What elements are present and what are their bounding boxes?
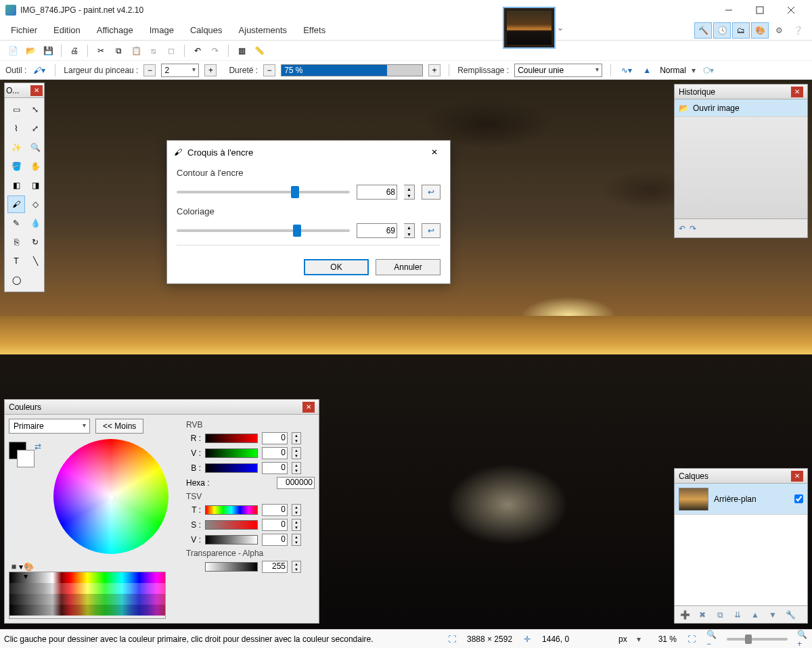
- history-item[interactable]: 📂Ouvrir image: [675, 99, 807, 117]
- contour-value[interactable]: 68: [357, 185, 397, 200]
- tool-zoom[interactable]: 🔍: [26, 139, 44, 156]
- menu-file[interactable]: Fichier: [3, 22, 45, 38]
- menu-image[interactable]: Image: [141, 22, 182, 38]
- contour-slider[interactable]: [177, 191, 350, 193]
- ruler-icon[interactable]: 📏: [252, 43, 267, 58]
- print-icon[interactable]: 🖨: [67, 43, 82, 58]
- fit-window-icon[interactable]: ⛶: [686, 634, 697, 645]
- t-value[interactable]: 0: [262, 504, 288, 516]
- coloring-spinner[interactable]: ▲▼: [404, 223, 415, 238]
- brush-width-plus[interactable]: +: [204, 64, 217, 76]
- menu-edit[interactable]: Edition: [45, 22, 89, 38]
- v2-slider[interactable]: [205, 535, 258, 545]
- selection-mode-icon[interactable]: ⬡▾: [701, 63, 716, 78]
- layer-props-icon[interactable]: 🔧: [783, 608, 798, 622]
- hardness-plus[interactable]: +: [428, 64, 441, 76]
- redo-icon[interactable]: ↷: [208, 43, 223, 58]
- paste-icon[interactable]: 📋: [129, 43, 143, 58]
- document-thumbnail[interactable]: [503, 7, 556, 49]
- tool-lasso[interactable]: ⌇: [7, 120, 25, 137]
- alpha-slider[interactable]: [205, 562, 258, 572]
- r-slider[interactable]: [205, 434, 258, 443]
- t-slider[interactable]: [205, 505, 258, 515]
- minimize-button[interactable]: [713, 0, 744, 20]
- close-button[interactable]: [775, 0, 807, 20]
- antialias-icon[interactable]: ∿▾: [619, 63, 634, 78]
- blend-icon[interactable]: ▲: [639, 63, 654, 78]
- r-value[interactable]: 0: [262, 432, 288, 444]
- layer-down-icon[interactable]: ▼: [765, 608, 780, 622]
- less-button[interactable]: << Moins: [95, 419, 143, 434]
- palette-add-icon[interactable]: ◾▾: [9, 562, 21, 572]
- tools-window-toggle[interactable]: 🔨: [694, 22, 712, 39]
- tool-shape[interactable]: ◯: [7, 271, 25, 289]
- zoom-out-icon[interactable]: 🔍−: [706, 634, 717, 645]
- coloring-slider[interactable]: [177, 229, 350, 232]
- unit-label[interactable]: px: [618, 634, 627, 644]
- cancel-button[interactable]: Annuler: [376, 259, 441, 275]
- layer-add-icon[interactable]: ➕: [677, 608, 692, 622]
- color-wheel[interactable]: [53, 439, 168, 554]
- tool-paintbrush[interactable]: 🖌: [7, 195, 25, 213]
- deselect-icon[interactable]: ◻: [164, 43, 179, 58]
- tool-rect-select[interactable]: ▭: [7, 101, 25, 118]
- s-value[interactable]: 0: [262, 519, 288, 531]
- tool-move-selection[interactable]: ⤢: [26, 120, 44, 137]
- blend-mode[interactable]: Normal: [660, 66, 686, 75]
- fill-combo[interactable]: Couleur unie: [514, 64, 602, 77]
- crop-icon[interactable]: ⧅: [146, 43, 161, 58]
- palette-menu-icon[interactable]: 🎨▾: [24, 562, 36, 572]
- tool-eyedropper[interactable]: 💧: [26, 214, 44, 232]
- primary-secondary-combo[interactable]: Primaire: [9, 419, 90, 434]
- b-spinner[interactable]: ▲▼: [292, 462, 301, 474]
- coloring-reset-button[interactable]: ↩: [422, 223, 441, 238]
- color-swatches[interactable]: ⇄: [9, 442, 39, 471]
- b-slider[interactable]: [205, 463, 258, 473]
- zoom-in-icon[interactable]: 🔍+: [797, 634, 808, 645]
- layers-close-button[interactable]: ✕: [791, 471, 803, 482]
- layer-up-icon[interactable]: ▲: [748, 608, 763, 622]
- s-slider[interactable]: [205, 520, 258, 530]
- swap-icon[interactable]: ⇄: [35, 442, 41, 451]
- grid-icon[interactable]: ▦: [234, 43, 249, 58]
- dialog-close-button[interactable]: ✕: [426, 143, 443, 161]
- new-icon[interactable]: 📄: [5, 43, 20, 58]
- tool-bucket[interactable]: 🪣: [7, 158, 25, 175]
- r-spinner[interactable]: ▲▼: [292, 432, 301, 444]
- tool-recolor[interactable]: ↻: [26, 233, 44, 251]
- menu-view[interactable]: Affichage: [89, 22, 141, 38]
- contour-reset-button[interactable]: ↩: [422, 185, 441, 200]
- tool-shapes-alt[interactable]: ◨: [26, 177, 44, 194]
- tool-eraser[interactable]: ◇: [26, 195, 44, 213]
- maximize-button[interactable]: [744, 0, 775, 20]
- copy-icon[interactable]: ⧉: [111, 43, 126, 58]
- tool-text[interactable]: T: [7, 252, 25, 270]
- color-palette[interactable]: [9, 572, 166, 619]
- layer-duplicate-icon[interactable]: ⧉: [713, 608, 727, 622]
- tool-line[interactable]: ╲: [26, 252, 44, 270]
- tool-move-selected[interactable]: ⤡: [26, 101, 44, 118]
- undo-icon[interactable]: ↶: [190, 43, 205, 58]
- v2-value[interactable]: 0: [262, 534, 288, 546]
- menu-effects[interactable]: Effets: [295, 22, 334, 38]
- layer-delete-icon[interactable]: ✖: [695, 608, 710, 622]
- hardness-slider[interactable]: 75 %: [281, 64, 423, 76]
- layer-visible-checkbox[interactable]: [794, 494, 803, 503]
- layers-window-toggle[interactable]: 🗂: [732, 22, 750, 39]
- save-icon[interactable]: 💾: [41, 43, 55, 58]
- tool-pencil[interactable]: ✎: [7, 214, 25, 232]
- history-close-button[interactable]: ✕: [791, 87, 803, 97]
- alpha-value[interactable]: 255: [262, 561, 288, 573]
- tool-magic-wand[interactable]: ✨: [7, 139, 25, 156]
- thumbnail-dropdown[interactable]: ⌄: [556, 7, 565, 49]
- contour-spinner[interactable]: ▲▼: [404, 185, 415, 200]
- hex-input[interactable]: 000000: [277, 477, 315, 489]
- settings-button[interactable]: ⚙: [770, 22, 788, 39]
- help-button[interactable]: ❔: [789, 22, 807, 39]
- v-value[interactable]: 0: [262, 447, 288, 459]
- brush-width-minus[interactable]: −: [143, 64, 156, 76]
- layer-merge-icon[interactable]: ⇊: [730, 608, 745, 622]
- brush-width-combo[interactable]: 2: [161, 64, 199, 77]
- cut-icon[interactable]: ✂: [93, 43, 108, 58]
- tools-close-button[interactable]: ✕: [30, 85, 43, 96]
